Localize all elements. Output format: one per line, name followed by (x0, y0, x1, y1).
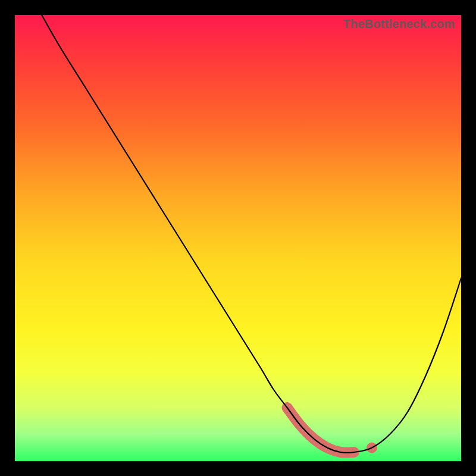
chart-container: TheBottleneck.com (0, 0, 476, 476)
plot-area: TheBottleneck.com (15, 15, 461, 461)
chart-svg (15, 15, 461, 461)
optimal-range-highlight (287, 408, 355, 453)
bottleneck-curve (42, 15, 461, 453)
